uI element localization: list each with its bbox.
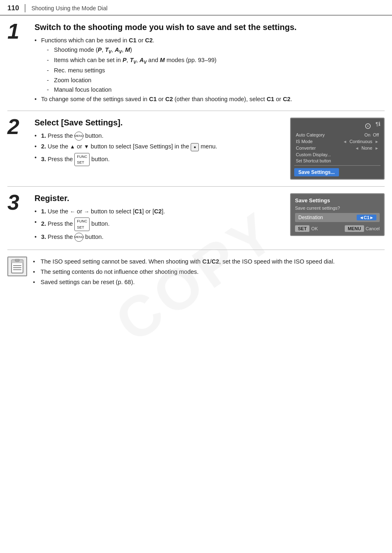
step-2-row: 2 Select [Save Settings]. 1. Press the M… [7,111,385,187]
step-3-content: Register. 1. Use the ← or → button to se… [35,193,385,243]
panel-divider [294,165,380,166]
camera-icon-row: ⊙ ¶ℹ [294,121,380,131]
camera-circle-icon: ⊙ [364,121,371,131]
step-1-number: 1 [7,21,30,42]
set-btn[interactable]: SET [295,225,309,232]
step-1-row: 1 Switch to the shooting mode you wish t… [7,16,385,111]
func-set-icon-3: FUNCSET [74,217,90,231]
step-3-number: 3 [7,192,30,213]
step-3-save-panel: Save Settings Save current settings? Des… [290,193,385,236]
menu-icon: MENU [74,132,83,141]
step-2-number: 2 [7,116,30,137]
camera-info-icons: ¶ℹ [376,121,380,131]
main-content: 1 Switch to the shooting mode you wish t… [0,16,392,298]
note-3: Saved settings can be reset (p. 68). [33,277,385,287]
panel-row-is-mode: IS Mode ◄ Continuous ► [294,138,380,145]
save-panel-title: Save Settings [295,197,380,204]
step-1-title: Switch to the shooting mode you wish to … [35,22,385,32]
cancel-label: Cancel [366,226,380,231]
notes-section: The ISO speed setting cannot be saved. W… [7,250,385,291]
step-1-desc: Functions which can be saved in C1 or C2… [35,36,385,104]
step-2-content: Select [Save Settings]. 1. Press the MEN… [35,118,385,180]
menu-icon-3: MENU [74,233,83,242]
save-settings-button[interactable]: Save Settings... [294,168,339,176]
svg-rect-5 [15,259,19,261]
step-2-title: Select [Save Settings]. [35,118,283,128]
note-1: The ISO speed setting cannot be saved. W… [33,257,385,267]
step-3-title: Register. [35,193,283,204]
panel-row-custom-display: Custom Display... [294,151,380,158]
step-1-content: Switch to the shooting mode you wish to … [35,22,385,104]
step-2-camera-panel: ⊙ ¶ℹ Auto Category On Off IS Mode ◄ Cont… [290,118,385,180]
rec-menu-icon: ● [191,143,199,151]
step-3-desc: 1. Use the ← or → button to select [C1] … [35,207,283,242]
step-3-row: 3 Register. 1. Use the ← or → button to … [7,187,385,250]
page-header-title: Shooting Using the Mode Dial [31,5,107,12]
notepad-icon [10,259,25,274]
save-panel-footer: SET OK MENU Cancel [295,224,380,232]
panel-row-shortcut: Set Shortcut button [294,158,380,164]
set-ok-group: SET OK [295,224,318,232]
dest-value: ◄C1► [357,215,376,220]
panel-row-auto-cat: Auto Category On Off [294,132,380,138]
step-2-text: Select [Save Settings]. 1. Press the MEN… [35,118,283,167]
panel-row-converter: Converter ◄ None ► [294,145,380,151]
step-3-text: Register. 1. Use the ← or → button to se… [35,193,283,243]
save-settings-btn-row: Save Settings... [294,167,380,176]
step-2-desc: 1. Press the MENU button. 2. Use the ▲ o… [35,131,283,166]
save-panel-subtitle: Save current settings? [295,206,380,211]
page-number: 110 [7,4,25,12]
ok-label: OK [311,226,318,231]
step-2-body: Select [Save Settings]. 1. Press the MEN… [35,118,385,180]
save-panel-dest-row: Destination ◄C1► [295,213,380,222]
func-set-icon: FUNCSET [74,153,90,167]
note-2: The setting contents do not influence ot… [33,267,385,277]
menu-btn[interactable]: MENU [345,225,364,232]
notes-icon [7,257,27,276]
menu-cancel-group: MENU Cancel [345,224,380,232]
page-header: 110 Shooting Using the Mode Dial [0,0,392,16]
notes-list: The ISO speed setting cannot be saved. W… [33,257,385,287]
dest-label: Destination [298,215,323,220]
step-3-body: Register. 1. Use the ← or → button to se… [35,193,385,243]
